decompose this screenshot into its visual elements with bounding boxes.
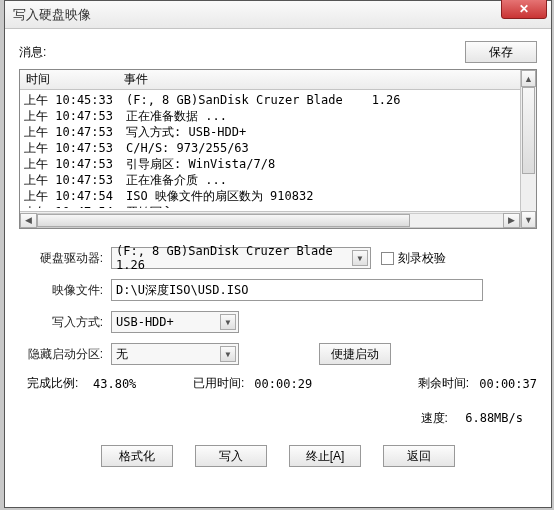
elapsed-value: 00:00:29 — [254, 377, 312, 391]
horizontal-scrollbar[interactable]: ◀ ▶ — [20, 211, 520, 228]
remain-label: 剩余时间: — [418, 375, 469, 392]
write-button[interactable]: 写入 — [195, 445, 267, 467]
log-event: ISO 映像文件的扇区数为 910832 — [126, 188, 536, 204]
speed-value: 6.88MB/s — [465, 411, 523, 425]
log-row[interactable]: 上午 10:47:53正在准备介质 ... — [24, 172, 536, 188]
window-title: 写入硬盘映像 — [13, 6, 91, 24]
button-row: 格式化 写入 终止[A] 返回 — [19, 445, 537, 467]
log-event: 引导扇区: WinVista/7/8 — [126, 156, 536, 172]
titlebar: 写入硬盘映像 ✕ — [5, 1, 551, 29]
log-row[interactable]: 上午 10:47:54开始写入 ... — [24, 204, 536, 208]
log-time: 上午 10:47:53 — [24, 172, 126, 188]
col-header-time[interactable]: 时间 — [20, 71, 120, 88]
log-time: 上午 10:47:53 — [24, 108, 126, 124]
log-row[interactable]: 上午 10:47:53写入方式: USB-HDD+ — [24, 124, 536, 140]
verify-checkbox[interactable]: 刻录校验 — [381, 250, 446, 267]
log-row[interactable]: 上午 10:45:33(F:, 8 GB)SanDisk Cruzer Blad… — [24, 92, 536, 108]
log-time: 上午 10:47:54 — [24, 204, 126, 208]
chevron-down-icon: ▼ — [220, 314, 236, 330]
write-mode-combo[interactable]: USB-HDD+ ▼ — [111, 311, 239, 333]
log-event: 正在准备介质 ... — [126, 172, 536, 188]
info-label: 消息: — [19, 44, 46, 61]
log-header: 时间 事件 — [20, 70, 536, 90]
scroll-down-icon[interactable]: ▼ — [521, 211, 536, 228]
vscroll-thumb[interactable] — [522, 87, 535, 174]
chevron-down-icon: ▼ — [352, 250, 368, 266]
vscroll-track[interactable] — [521, 87, 536, 211]
log-event: 开始写入 ... — [126, 204, 536, 208]
image-path-input[interactable]: D:\U深度ISO\USD.ISO — [111, 279, 483, 301]
log-listbox: 时间 事件 上午 10:45:33(F:, 8 GB)SanDisk Cruze… — [19, 69, 537, 229]
log-event: 写入方式: USB-HDD+ — [126, 124, 536, 140]
log-time: 上午 10:47:53 — [24, 124, 126, 140]
back-button[interactable]: 返回 — [383, 445, 455, 467]
row-image: 映像文件: D:\U深度ISO\USD.ISO — [19, 279, 537, 301]
percent-value: 43.80% — [93, 377, 163, 391]
percent-label: 完成比例: — [19, 375, 93, 392]
drive-combo[interactable]: (F:, 8 GB)SanDisk Cruzer Blade 1.26 ▼ — [111, 247, 371, 269]
hidden-value: 无 — [116, 346, 128, 363]
scroll-up-icon[interactable]: ▲ — [521, 70, 536, 87]
speed-row: 速度: 6.88MB/s — [19, 410, 537, 427]
vertical-scrollbar[interactable]: ▲ ▼ — [520, 70, 536, 228]
drive-value: (F:, 8 GB)SanDisk Cruzer Blade 1.26 — [116, 244, 366, 272]
close-icon: ✕ — [519, 2, 529, 16]
log-row[interactable]: 上午 10:47:54ISO 映像文件的扇区数为 910832 — [24, 188, 536, 204]
verify-label: 刻录校验 — [398, 250, 446, 267]
hidden-part-combo[interactable]: 无 ▼ — [111, 343, 239, 365]
log-row[interactable]: 上午 10:47:53C/H/S: 973/255/63 — [24, 140, 536, 156]
top-row: 消息: 保存 — [19, 41, 537, 63]
log-event: C/H/S: 973/255/63 — [126, 140, 536, 156]
hscroll-track[interactable] — [37, 213, 503, 228]
row-hidden: 隐藏启动分区: 无 ▼ 便捷启动 — [19, 343, 537, 365]
scroll-right-icon[interactable]: ▶ — [503, 213, 520, 228]
dialog-window: 写入硬盘映像 ✕ 消息: 保存 时间 事件 上午 10:45:33(F:, 8 … — [4, 0, 552, 508]
checkbox-box — [381, 252, 394, 265]
drive-label: 硬盘驱动器: — [19, 250, 111, 267]
elapsed-label: 已用时间: — [193, 375, 244, 392]
hscroll-thumb[interactable] — [37, 214, 410, 227]
stats-row: 完成比例: 43.80% 已用时间: 00:00:29 剩余时间: 00:00:… — [19, 375, 537, 392]
content-area: 消息: 保存 时间 事件 上午 10:45:33(F:, 8 GB)SanDis… — [5, 29, 551, 481]
remain-value: 00:00:37 — [479, 377, 537, 391]
scroll-left-icon[interactable]: ◀ — [20, 213, 37, 228]
log-body: 上午 10:45:33(F:, 8 GB)SanDisk Cruzer Blad… — [20, 90, 536, 208]
chevron-down-icon: ▼ — [220, 346, 236, 362]
log-time: 上午 10:47:53 — [24, 140, 126, 156]
log-time: 上午 10:47:53 — [24, 156, 126, 172]
image-label: 映像文件: — [19, 282, 111, 299]
abort-button[interactable]: 终止[A] — [289, 445, 361, 467]
speed-label: 速度: — [421, 411, 448, 425]
col-header-event[interactable]: 事件 — [120, 71, 536, 88]
row-drive: 硬盘驱动器: (F:, 8 GB)SanDisk Cruzer Blade 1.… — [19, 247, 537, 269]
log-event: (F:, 8 GB)SanDisk Cruzer Blade 1.26 — [126, 92, 536, 108]
hidden-label: 隐藏启动分区: — [19, 346, 111, 363]
format-button[interactable]: 格式化 — [101, 445, 173, 467]
log-row[interactable]: 上午 10:47:53正在准备数据 ... — [24, 108, 536, 124]
log-event: 正在准备数据 ... — [126, 108, 536, 124]
log-row[interactable]: 上午 10:47:53引导扇区: WinVista/7/8 — [24, 156, 536, 172]
write-label: 写入方式: — [19, 314, 111, 331]
form-area: 硬盘驱动器: (F:, 8 GB)SanDisk Cruzer Blade 1.… — [19, 247, 537, 365]
log-time: 上午 10:45:33 — [24, 92, 126, 108]
row-write: 写入方式: USB-HDD+ ▼ — [19, 311, 537, 333]
save-button[interactable]: 保存 — [465, 41, 537, 63]
portable-boot-button[interactable]: 便捷启动 — [319, 343, 391, 365]
image-value: D:\U深度ISO\USD.ISO — [116, 282, 248, 299]
write-value: USB-HDD+ — [116, 315, 174, 329]
close-button[interactable]: ✕ — [501, 0, 547, 19]
log-time: 上午 10:47:54 — [24, 188, 126, 204]
